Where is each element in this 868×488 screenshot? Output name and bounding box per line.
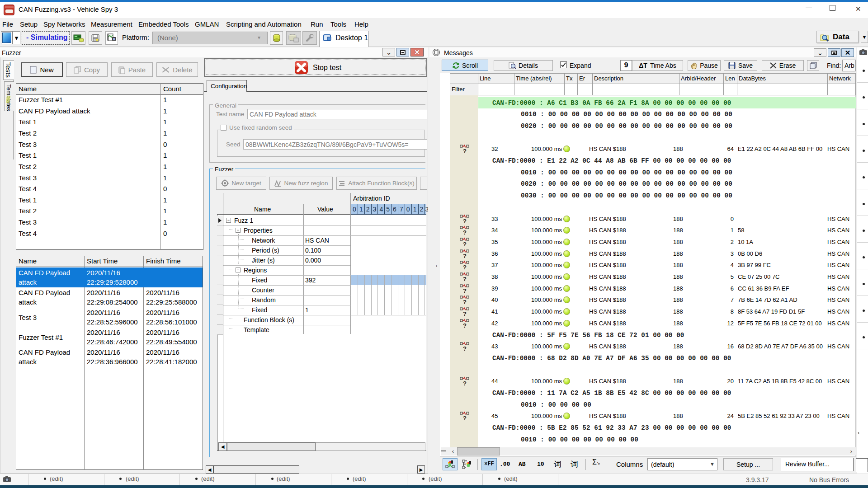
svg-text:?: ?: [463, 345, 467, 352]
svg-text:?: ?: [463, 322, 467, 329]
svg-text:?: ?: [463, 380, 467, 387]
svg-text:?: ?: [463, 264, 467, 271]
svg-text:?: ?: [463, 253, 467, 259]
svg-text:?: ?: [463, 310, 467, 317]
svg-text:?: ?: [463, 148, 467, 155]
svg-text:?: ?: [463, 299, 467, 305]
svg-text:?: ?: [463, 276, 467, 282]
svg-text:?: ?: [463, 415, 467, 422]
svg-text:?: ?: [463, 229, 467, 236]
svg-text:?: ?: [463, 218, 467, 225]
svg-text:?: ?: [463, 287, 467, 294]
svg-text:?: ?: [463, 241, 467, 248]
